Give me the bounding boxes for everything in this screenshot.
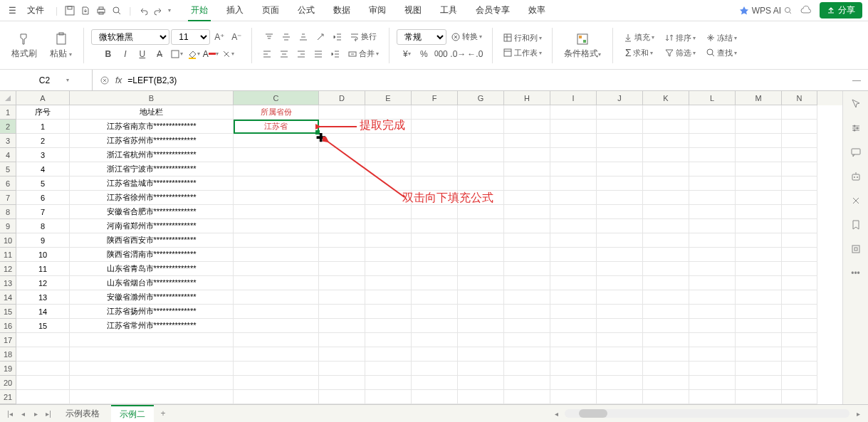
cell[interactable] <box>319 233 365 248</box>
cell[interactable] <box>16 362 70 376</box>
cell[interactable] <box>365 162 412 176</box>
cloud-icon[interactable] <box>800 4 812 17</box>
sidebar-tools-icon[interactable] <box>849 194 863 208</box>
cell[interactable]: 江苏省南京市************** <box>70 120 234 134</box>
cell[interactable] <box>234 305 319 319</box>
cell[interactable]: 所属省份 <box>234 105 319 120</box>
cell[interactable]: 安徽省合肥市************** <box>70 205 234 219</box>
cell[interactable] <box>550 262 597 276</box>
tab-home[interactable]: 开始 <box>188 0 211 21</box>
cell[interactable] <box>412 376 458 390</box>
sidebar-settings-icon[interactable] <box>849 121 863 135</box>
cell[interactable] <box>689 219 736 233</box>
cell[interactable] <box>234 205 319 219</box>
cell[interactable] <box>643 276 689 290</box>
indent-inc-icon[interactable] <box>328 46 343 62</box>
cell[interactable] <box>365 333 412 347</box>
row-header[interactable]: 5 <box>0 162 16 176</box>
cell[interactable] <box>689 148 736 162</box>
cell[interactable] <box>412 362 458 376</box>
tab-efficiency[interactable]: 效率 <box>525 0 548 21</box>
cell[interactable] <box>504 333 550 347</box>
cell[interactable] <box>458 134 504 148</box>
align-top-icon[interactable] <box>261 29 277 45</box>
row-header[interactable]: 9 <box>0 219 16 233</box>
col-header[interactable]: B <box>70 91 234 105</box>
cell[interactable]: 浙江省宁波市************** <box>70 162 234 176</box>
cell[interactable] <box>643 120 689 134</box>
cell[interactable] <box>597 205 643 219</box>
cell[interactable] <box>597 105 643 120</box>
cell[interactable] <box>643 305 689 319</box>
cell[interactable] <box>597 390 643 404</box>
decimal-inc-icon[interactable]: .0→ <box>450 46 466 62</box>
convert-button[interactable]: 转换▾ <box>448 29 485 45</box>
cell[interactable] <box>643 205 689 219</box>
cell[interactable] <box>550 333 597 347</box>
scroll-right[interactable]: ▸ <box>852 408 864 419</box>
sum-button[interactable]: Σ求和▾ <box>622 46 656 60</box>
cell[interactable] <box>550 376 597 390</box>
align-right-icon[interactable] <box>293 46 309 62</box>
cell[interactable] <box>234 262 319 276</box>
cell[interactable] <box>550 347 597 362</box>
cell[interactable]: 8 <box>16 219 70 233</box>
row-header[interactable]: 7 <box>0 191 16 205</box>
cell[interactable]: 1 <box>16 120 70 134</box>
cell[interactable] <box>458 248 504 262</box>
cell[interactable] <box>365 148 412 162</box>
increase-font-icon[interactable]: A⁺ <box>211 29 227 45</box>
cell[interactable] <box>782 248 817 262</box>
cell[interactable] <box>458 262 504 276</box>
fill-color-button[interactable]: ▾ <box>186 46 202 62</box>
share-button[interactable]: 分享 <box>820 2 862 19</box>
cell[interactable] <box>597 319 643 333</box>
paste-button[interactable]: 粘贴 ▾ <box>46 29 76 61</box>
cell[interactable] <box>504 319 550 333</box>
cell[interactable] <box>458 347 504 362</box>
cell[interactable] <box>412 248 458 262</box>
cell[interactable] <box>550 120 597 134</box>
file-menu[interactable]: 文件 <box>21 3 50 18</box>
row-header[interactable]: 11 <box>0 248 16 262</box>
cell[interactable] <box>458 191 504 205</box>
justify-icon[interactable] <box>310 46 326 62</box>
decrease-font-icon[interactable]: A⁻ <box>229 29 244 45</box>
cell[interactable] <box>234 290 319 305</box>
cell[interactable] <box>550 319 597 333</box>
tab-view[interactable]: 视图 <box>402 0 424 21</box>
cell[interactable] <box>458 120 504 134</box>
cell[interactable] <box>597 333 643 347</box>
sidebar-component-icon[interactable] <box>849 242 863 256</box>
cell[interactable]: 山东省青岛市************** <box>70 262 234 276</box>
wrap-text-button[interactable]: 换行 <box>347 29 380 45</box>
cell[interactable] <box>504 248 550 262</box>
cell[interactable] <box>458 148 504 162</box>
cell[interactable]: 江苏省 <box>234 120 319 134</box>
cell[interactable] <box>234 233 319 248</box>
cell[interactable]: 陕西省渭南市************** <box>70 248 234 262</box>
tab-nav-first[interactable]: |◂ <box>4 408 16 419</box>
cell[interactable] <box>365 233 412 248</box>
col-header[interactable]: N <box>782 91 817 105</box>
spreadsheet-grid[interactable]: ABCDEFGHIJKLMN 1234567891011121314151617… <box>0 91 842 404</box>
cell[interactable] <box>689 233 736 248</box>
font-size-select[interactable]: 11 <box>171 29 210 45</box>
cell[interactable] <box>689 376 736 390</box>
cell[interactable] <box>365 290 412 305</box>
cell[interactable] <box>319 148 365 162</box>
number-format-select[interactable]: 常规 <box>397 29 446 45</box>
cell[interactable]: 10 <box>16 248 70 262</box>
cell[interactable] <box>504 390 550 404</box>
tab-vip[interactable]: 会员专享 <box>473 0 513 21</box>
cell[interactable] <box>319 191 365 205</box>
cell[interactable]: 安徽省滁州市************** <box>70 290 234 305</box>
sidebar-chat-icon[interactable] <box>849 145 863 159</box>
cell[interactable] <box>782 333 817 347</box>
cell[interactable]: 7 <box>16 205 70 219</box>
merge-button[interactable]: 合并▾ <box>345 46 382 62</box>
tab-nav-prev[interactable]: ◂ <box>17 408 28 419</box>
clear-format-button[interactable]: ▾ <box>220 46 236 62</box>
cell[interactable] <box>504 376 550 390</box>
cell[interactable] <box>16 333 70 347</box>
